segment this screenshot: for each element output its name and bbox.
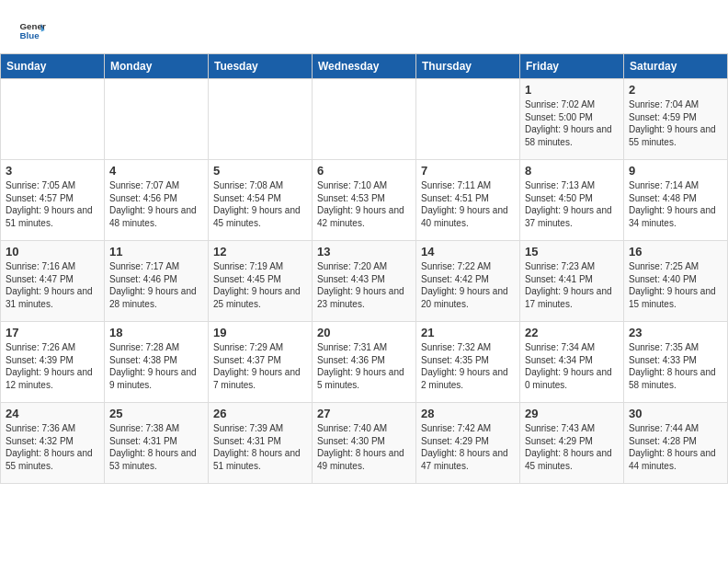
day-info: Sunrise: 7:39 AM Sunset: 4:31 PM Dayligh… bbox=[213, 422, 307, 472]
calendar-header-sunday: Sunday bbox=[1, 54, 105, 79]
day-number: 30 bbox=[629, 407, 722, 420]
day-info: Sunrise: 7:34 AM Sunset: 4:34 PM Dayligh… bbox=[525, 341, 619, 391]
calendar-week-2: 3Sunrise: 7:05 AM Sunset: 4:57 PM Daylig… bbox=[1, 160, 728, 241]
calendar-cell: 10Sunrise: 7:16 AM Sunset: 4:47 PM Dayli… bbox=[1, 241, 105, 322]
day-info: Sunrise: 7:19 AM Sunset: 4:45 PM Dayligh… bbox=[213, 260, 307, 310]
day-info: Sunrise: 7:40 AM Sunset: 4:30 PM Dayligh… bbox=[317, 422, 411, 472]
logo: General Blue bbox=[18, 17, 46, 44]
calendar-cell: 26Sunrise: 7:39 AM Sunset: 4:31 PM Dayli… bbox=[209, 403, 313, 484]
calendar-body: 1Sunrise: 7:02 AM Sunset: 5:00 PM Daylig… bbox=[1, 79, 728, 484]
day-number: 24 bbox=[6, 407, 99, 420]
calendar-cell: 9Sunrise: 7:14 AM Sunset: 4:48 PM Daylig… bbox=[624, 160, 728, 241]
day-number: 7 bbox=[421, 164, 515, 178]
calendar-header-wednesday: Wednesday bbox=[313, 54, 416, 79]
page-header: General Blue bbox=[0, 0, 728, 53]
day-number: 11 bbox=[109, 245, 203, 259]
day-info: Sunrise: 7:02 AM Sunset: 5:00 PM Dayligh… bbox=[525, 98, 619, 148]
day-info: Sunrise: 7:43 AM Sunset: 4:29 PM Dayligh… bbox=[525, 422, 619, 472]
day-info: Sunrise: 7:25 AM Sunset: 4:40 PM Dayligh… bbox=[629, 260, 722, 310]
day-number: 12 bbox=[213, 245, 307, 259]
calendar-week-4: 17Sunrise: 7:26 AM Sunset: 4:39 PM Dayli… bbox=[1, 322, 728, 403]
day-number: 10 bbox=[6, 245, 99, 259]
calendar-cell: 11Sunrise: 7:17 AM Sunset: 4:46 PM Dayli… bbox=[105, 241, 209, 322]
calendar-cell: 8Sunrise: 7:13 AM Sunset: 4:50 PM Daylig… bbox=[520, 160, 624, 241]
day-number: 15 bbox=[525, 245, 619, 259]
calendar-cell: 24Sunrise: 7:36 AM Sunset: 4:32 PM Dayli… bbox=[1, 403, 105, 484]
day-number: 26 bbox=[213, 407, 307, 420]
day-info: Sunrise: 7:38 AM Sunset: 4:31 PM Dayligh… bbox=[109, 422, 203, 472]
calendar-week-5: 24Sunrise: 7:36 AM Sunset: 4:32 PM Dayli… bbox=[1, 403, 728, 484]
calendar-header-monday: Monday bbox=[105, 54, 209, 79]
calendar-cell: 22Sunrise: 7:34 AM Sunset: 4:34 PM Dayli… bbox=[520, 322, 624, 403]
day-info: Sunrise: 7:32 AM Sunset: 4:35 PM Dayligh… bbox=[421, 341, 515, 391]
calendar-cell bbox=[313, 79, 416, 160]
day-number: 3 bbox=[6, 164, 99, 178]
calendar-cell: 2Sunrise: 7:04 AM Sunset: 4:59 PM Daylig… bbox=[624, 79, 728, 160]
calendar-cell: 23Sunrise: 7:35 AM Sunset: 4:33 PM Dayli… bbox=[624, 322, 728, 403]
day-number: 25 bbox=[109, 407, 203, 420]
calendar-header-row: SundayMondayTuesdayWednesdayThursdayFrid… bbox=[1, 54, 728, 79]
calendar-cell: 30Sunrise: 7:44 AM Sunset: 4:28 PM Dayli… bbox=[624, 403, 728, 484]
calendar-header-saturday: Saturday bbox=[624, 54, 728, 79]
calendar-header-thursday: Thursday bbox=[416, 54, 520, 79]
calendar-cell bbox=[209, 79, 313, 160]
day-info: Sunrise: 7:07 AM Sunset: 4:56 PM Dayligh… bbox=[109, 179, 203, 229]
day-number: 16 bbox=[629, 245, 722, 259]
calendar-cell: 7Sunrise: 7:11 AM Sunset: 4:51 PM Daylig… bbox=[416, 160, 520, 241]
day-info: Sunrise: 7:35 AM Sunset: 4:33 PM Dayligh… bbox=[629, 341, 722, 391]
day-number: 2 bbox=[629, 83, 722, 97]
day-info: Sunrise: 7:17 AM Sunset: 4:46 PM Dayligh… bbox=[109, 260, 203, 310]
calendar-cell bbox=[105, 79, 209, 160]
day-info: Sunrise: 7:28 AM Sunset: 4:38 PM Dayligh… bbox=[109, 341, 203, 391]
day-number: 5 bbox=[213, 164, 307, 178]
day-number: 14 bbox=[421, 245, 515, 259]
day-info: Sunrise: 7:08 AM Sunset: 4:54 PM Dayligh… bbox=[213, 179, 307, 229]
svg-text:Blue: Blue bbox=[20, 30, 40, 40]
calendar-cell: 18Sunrise: 7:28 AM Sunset: 4:38 PM Dayli… bbox=[105, 322, 209, 403]
day-number: 28 bbox=[421, 407, 515, 420]
day-number: 13 bbox=[317, 245, 411, 259]
calendar-cell: 6Sunrise: 7:10 AM Sunset: 4:53 PM Daylig… bbox=[313, 160, 416, 241]
calendar-header-friday: Friday bbox=[520, 54, 624, 79]
calendar-cell: 1Sunrise: 7:02 AM Sunset: 5:00 PM Daylig… bbox=[520, 79, 624, 160]
calendar-cell: 28Sunrise: 7:42 AM Sunset: 4:29 PM Dayli… bbox=[416, 403, 520, 484]
day-info: Sunrise: 7:10 AM Sunset: 4:53 PM Dayligh… bbox=[317, 179, 411, 229]
calendar-cell: 13Sunrise: 7:20 AM Sunset: 4:43 PM Dayli… bbox=[313, 241, 416, 322]
logo-icon: General Blue bbox=[18, 17, 46, 44]
day-info: Sunrise: 7:20 AM Sunset: 4:43 PM Dayligh… bbox=[317, 260, 411, 310]
day-number: 6 bbox=[317, 164, 411, 178]
calendar-cell bbox=[416, 79, 520, 160]
day-number: 23 bbox=[629, 326, 722, 339]
day-number: 4 bbox=[109, 164, 203, 178]
day-info: Sunrise: 7:14 AM Sunset: 4:48 PM Dayligh… bbox=[629, 179, 722, 229]
day-info: Sunrise: 7:44 AM Sunset: 4:28 PM Dayligh… bbox=[629, 422, 722, 472]
day-number: 20 bbox=[317, 326, 411, 339]
day-number: 8 bbox=[525, 164, 619, 178]
calendar-cell: 12Sunrise: 7:19 AM Sunset: 4:45 PM Dayli… bbox=[209, 241, 313, 322]
day-info: Sunrise: 7:29 AM Sunset: 4:37 PM Dayligh… bbox=[213, 341, 307, 391]
day-info: Sunrise: 7:13 AM Sunset: 4:50 PM Dayligh… bbox=[525, 179, 619, 229]
day-number: 19 bbox=[213, 326, 307, 339]
day-number: 21 bbox=[421, 326, 515, 339]
calendar-cell: 3Sunrise: 7:05 AM Sunset: 4:57 PM Daylig… bbox=[1, 160, 105, 241]
calendar-cell: 27Sunrise: 7:40 AM Sunset: 4:30 PM Dayli… bbox=[313, 403, 416, 484]
day-number: 22 bbox=[525, 326, 619, 339]
calendar-cell: 5Sunrise: 7:08 AM Sunset: 4:54 PM Daylig… bbox=[209, 160, 313, 241]
day-info: Sunrise: 7:36 AM Sunset: 4:32 PM Dayligh… bbox=[6, 422, 99, 472]
day-number: 29 bbox=[525, 407, 619, 420]
calendar-cell: 19Sunrise: 7:29 AM Sunset: 4:37 PM Dayli… bbox=[209, 322, 313, 403]
day-number: 1 bbox=[525, 83, 619, 97]
day-number: 18 bbox=[109, 326, 203, 339]
day-info: Sunrise: 7:22 AM Sunset: 4:42 PM Dayligh… bbox=[421, 260, 515, 310]
calendar-cell: 14Sunrise: 7:22 AM Sunset: 4:42 PM Dayli… bbox=[416, 241, 520, 322]
calendar-cell: 25Sunrise: 7:38 AM Sunset: 4:31 PM Dayli… bbox=[105, 403, 209, 484]
day-info: Sunrise: 7:16 AM Sunset: 4:47 PM Dayligh… bbox=[6, 260, 99, 310]
day-info: Sunrise: 7:04 AM Sunset: 4:59 PM Dayligh… bbox=[629, 98, 722, 148]
calendar-week-1: 1Sunrise: 7:02 AM Sunset: 5:00 PM Daylig… bbox=[1, 79, 728, 160]
day-info: Sunrise: 7:31 AM Sunset: 4:36 PM Dayligh… bbox=[317, 341, 411, 391]
calendar-table: SundayMondayTuesdayWednesdayThursdayFrid… bbox=[0, 53, 728, 484]
calendar-cell: 17Sunrise: 7:26 AM Sunset: 4:39 PM Dayli… bbox=[1, 322, 105, 403]
calendar-cell: 15Sunrise: 7:23 AM Sunset: 4:41 PM Dayli… bbox=[520, 241, 624, 322]
calendar-week-3: 10Sunrise: 7:16 AM Sunset: 4:47 PM Dayli… bbox=[1, 241, 728, 322]
day-number: 9 bbox=[629, 164, 722, 178]
